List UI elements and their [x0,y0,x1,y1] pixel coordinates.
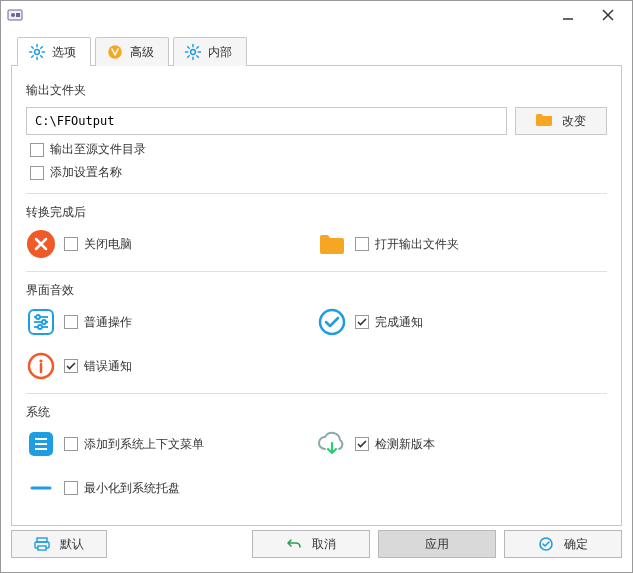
svg-point-7 [108,45,122,59]
checkbox-label: 错误通知 [84,358,132,375]
after-convert-title: 转换完成后 [26,204,607,221]
checkbox-complete-notify[interactable] [355,315,369,329]
checkbox-check-update[interactable] [355,437,369,451]
svg-point-1 [11,13,15,17]
ui-sound-title: 界面音效 [26,282,607,299]
tab-advanced[interactable]: 高级 [95,37,169,66]
divider [26,193,607,194]
gear-icon [28,43,46,61]
divider [26,393,607,394]
checkbox-error-notify[interactable] [64,359,78,373]
checkbox-add-preset-name[interactable] [30,166,44,180]
tab-label: 内部 [208,44,232,61]
title-bar [1,1,632,29]
button-label: 应用 [425,536,449,553]
app-icon [7,7,23,23]
folder-icon [536,114,552,129]
printer-icon [34,536,50,552]
options-panel: 输出文件夹 改变 输出至源文件目录 添加设置名称 转换完成后 [11,65,622,526]
svg-point-6 [35,50,40,55]
svg-point-17 [320,310,344,334]
checkbox-label: 添加到系统上下文菜单 [84,436,204,453]
minimize-line-icon [26,473,56,503]
tab-options[interactable]: 选项 [17,37,91,66]
checkbox-minimize-tray[interactable] [64,481,78,495]
checkbox-label: 普通操作 [84,314,132,331]
system-title: 系统 [26,404,607,421]
badge-v-icon [106,43,124,61]
tab-bar: 选项 高级 内部 [17,37,622,66]
button-label: 确定 [564,536,588,553]
check-circle-icon [317,307,347,337]
folder-open-icon [317,229,347,259]
minimize-button[interactable] [548,3,588,27]
output-path-input[interactable] [26,107,507,135]
checkbox-context-menu[interactable] [64,437,78,451]
checkbox-shutdown[interactable] [64,237,78,251]
svg-point-12 [36,315,40,319]
checkbox-open-output[interactable] [355,237,369,251]
button-label: 默认 [60,536,84,553]
undo-icon [286,536,302,552]
dialog-window: 选项 高级 内部 输出文件夹 [0,0,633,573]
checkbox-label: 完成通知 [375,314,423,331]
checkbox-label: 打开输出文件夹 [375,236,459,253]
svg-point-14 [42,320,46,324]
checkbox-output-to-source[interactable] [30,143,44,157]
gear-alt-icon [184,43,202,61]
info-icon [26,351,56,381]
close-button[interactable] [588,3,628,27]
tab-label: 选项 [52,44,76,61]
tab-label: 高级 [130,44,154,61]
cancel-button[interactable]: 取消 [252,530,370,558]
cloud-download-icon [317,429,347,459]
tab-internal[interactable]: 内部 [173,37,247,66]
checkbox-label: 检测新版本 [375,436,435,453]
checkbox-label: 输出至源文件目录 [50,141,146,158]
checkbox-label: 添加设置名称 [50,164,122,181]
change-label: 改变 [562,113,586,130]
divider [26,271,607,272]
checkbox-normal-action[interactable] [64,315,78,329]
svg-point-19 [39,359,42,362]
footer: 默认 取消 应用 确定 [1,526,632,572]
svg-point-8 [191,50,196,55]
button-label: 取消 [312,536,336,553]
ok-button[interactable]: 确定 [504,530,622,558]
apply-button[interactable]: 应用 [378,530,496,558]
change-folder-button[interactable]: 改变 [515,107,607,135]
checkbox-label: 关闭电脑 [84,236,132,253]
power-off-icon [26,229,56,259]
check-icon [538,536,554,552]
checkbox-label: 最小化到系统托盘 [84,480,180,497]
svg-rect-28 [38,546,46,550]
svg-rect-2 [16,13,20,17]
svg-point-16 [38,325,42,329]
content-area: 选项 高级 内部 输出文件夹 [1,29,632,526]
output-folder-title: 输出文件夹 [26,82,607,99]
list-icon [26,429,56,459]
sliders-icon [26,307,56,337]
default-button[interactable]: 默认 [11,530,107,558]
